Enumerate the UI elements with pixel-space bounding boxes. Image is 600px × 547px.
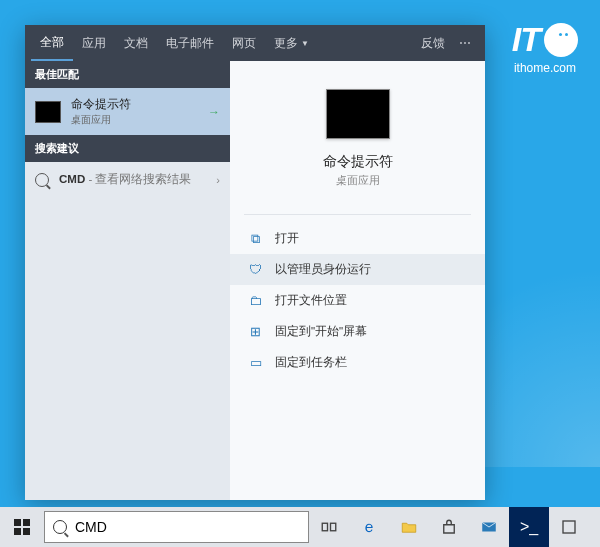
watermark-url: ithome.com xyxy=(512,61,578,75)
start-button[interactable] xyxy=(0,507,44,547)
divider xyxy=(244,214,471,215)
svg-rect-1 xyxy=(331,523,336,531)
suggestions-header: 搜索建议 xyxy=(25,135,230,162)
taskbar-search[interactable] xyxy=(44,511,309,543)
admin-icon: 🛡 xyxy=(248,262,263,277)
folder-icon: 🗀 xyxy=(248,293,263,308)
search-panel: 全部 应用 文档 电子邮件 网页 更多▼ 反馈 ⋯ 最佳匹配 命令提示符 桌面应… xyxy=(25,25,485,500)
svg-rect-3 xyxy=(563,521,575,533)
action-open-file-location[interactable]: 🗀 打开文件位置 xyxy=(230,285,485,316)
search-header: 全部 应用 文档 电子邮件 网页 更多▼ 反馈 ⋯ xyxy=(25,25,485,61)
action-pin-to-start[interactable]: ⊞ 固定到"开始"屏幕 xyxy=(230,316,485,347)
search-suggestion[interactable]: CMD - 查看网络搜索结果 › xyxy=(25,162,230,197)
preview-app-icon xyxy=(326,89,390,139)
action-run-as-admin[interactable]: 🛡 以管理员身份运行 xyxy=(230,254,485,285)
taskbar: ｅ >_ xyxy=(0,507,600,547)
preview-title: 命令提示符 xyxy=(323,153,393,171)
svg-rect-0 xyxy=(322,523,327,531)
watermark-brand: IT xyxy=(512,20,540,59)
search-icon xyxy=(35,173,49,187)
cmd-icon xyxy=(35,101,61,123)
search-icon xyxy=(53,520,67,534)
feedback-link[interactable]: 反馈 xyxy=(421,36,445,51)
taskbar-app-edge[interactable]: ｅ xyxy=(349,507,389,547)
result-title: 命令提示符 xyxy=(71,96,198,113)
tab-apps[interactable]: 应用 xyxy=(73,25,115,61)
action-pin-to-taskbar[interactable]: ▭ 固定到任务栏 xyxy=(230,347,485,378)
taskbar-app-store[interactable] xyxy=(429,507,469,547)
tab-email[interactable]: 电子邮件 xyxy=(157,25,223,61)
chevron-down-icon: ▼ xyxy=(301,39,309,48)
tab-more[interactable]: 更多▼ xyxy=(265,25,318,61)
task-view-button[interactable] xyxy=(309,507,349,547)
tab-docs[interactable]: 文档 xyxy=(115,25,157,61)
result-subtitle: 桌面应用 xyxy=(71,113,198,127)
taskbar-app-explorer[interactable] xyxy=(389,507,429,547)
suggestion-hint: - 查看网络搜索结果 xyxy=(85,173,191,185)
preview-column: 命令提示符 桌面应用 ⧉ 打开 🛡 以管理员身份运行 🗀 打开文件位置 xyxy=(230,61,485,500)
chevron-right-icon: › xyxy=(216,174,220,186)
best-match-header: 最佳匹配 xyxy=(25,61,230,88)
taskbar-app-mail[interactable] xyxy=(469,507,509,547)
action-list: ⧉ 打开 🛡 以管理员身份运行 🗀 打开文件位置 ⊞ 固定到"开始"屏幕 ▭ xyxy=(230,223,485,378)
best-match-result[interactable]: 命令提示符 桌面应用 → xyxy=(25,88,230,135)
pin-taskbar-icon: ▭ xyxy=(248,355,263,370)
options-icon[interactable]: ⋯ xyxy=(459,36,471,50)
suggestion-query: CMD xyxy=(59,173,85,185)
watermark: IT ithome.com xyxy=(512,20,578,75)
results-column: 最佳匹配 命令提示符 桌面应用 → 搜索建议 CMD - 查看网络搜索结果 › xyxy=(25,61,230,500)
action-open[interactable]: ⧉ 打开 xyxy=(230,223,485,254)
tab-web[interactable]: 网页 xyxy=(223,25,265,61)
tab-all[interactable]: 全部 xyxy=(31,25,73,61)
watermark-logo-icon xyxy=(544,23,578,57)
taskbar-app-powershell[interactable]: >_ xyxy=(509,507,549,547)
pin-start-icon: ⊞ xyxy=(248,324,263,339)
taskbar-app-generic[interactable] xyxy=(549,507,589,547)
arrow-right-icon[interactable]: → xyxy=(208,105,220,119)
taskbar-search-input[interactable] xyxy=(75,519,300,535)
open-icon: ⧉ xyxy=(248,231,263,246)
windows-logo-icon xyxy=(14,519,30,535)
preview-subtitle: 桌面应用 xyxy=(336,174,380,188)
